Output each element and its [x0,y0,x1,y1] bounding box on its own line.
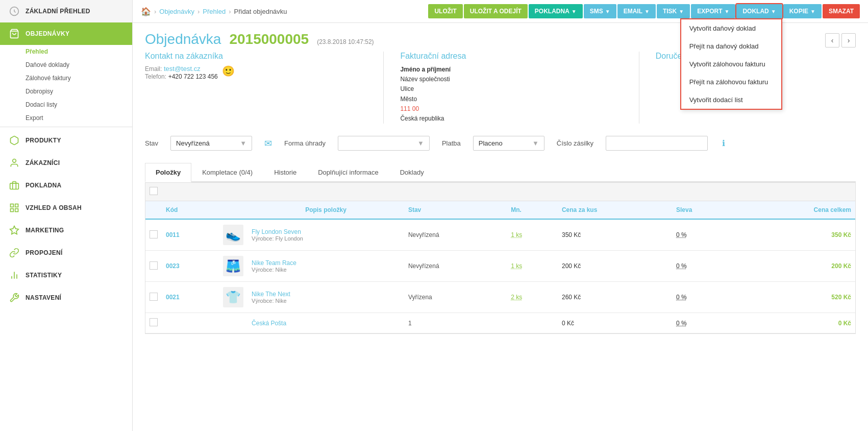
ulozit-button[interactable]: ULOŽIT [428,4,462,18]
qty-link[interactable]: 2 ks [511,294,522,301]
row-img: 👟 [219,219,247,251]
row-kod-link[interactable]: 0021 [166,294,180,301]
platba-select[interactable]: Placeno ▼ [473,136,544,151]
export-button[interactable]: EXPORT ▼ [691,4,735,18]
smazat-button[interactable]: SMAZAT [823,4,860,18]
tab-doklady[interactable]: Doklady [389,163,435,182]
col-cena-kus[interactable]: Cena za kus [558,201,672,219]
sidebar-sub-dobropisy[interactable]: Dobropisy [0,85,132,98]
tab-doplnujici[interactable]: Doplňující informace [307,163,389,182]
row-img: 🩳 [219,251,247,282]
email-notification-icon[interactable]: ✉ [264,138,272,149]
col-cena-celkem[interactable]: Cena celkem [735,201,855,219]
contact-phone-row: Telefon: +420 722 123 456 [145,73,218,80]
page-id: 2015000005 [229,31,309,47]
star-icon [8,224,20,236]
kopie-button[interactable]: KOPIE ▼ [783,4,822,18]
breadcrumb-link-prehled[interactable]: Přehled [203,8,226,15]
prev-arrow[interactable]: ‹ [825,33,839,47]
sidebar-item-nastaveni[interactable]: NASTAVENÍ [0,286,132,309]
tab-polozky[interactable]: Položky [145,163,191,182]
row-checkbox[interactable] [150,261,158,270]
col-kod[interactable]: Kód [162,201,219,219]
doklad-menu-prejit-danovy[interactable]: Přejít na daňový doklad [681,37,781,55]
platba-value: Placeno [479,139,503,147]
product-name-link[interactable]: Fly London Seven [252,228,301,235]
sidebar-sub-zalohove[interactable]: Zálohové faktury [0,71,132,85]
tisk-button[interactable]: TISK ▼ [657,4,690,18]
sidebar-sub-prehled[interactable]: Přehled [0,45,132,58]
sidebar-item-propojeni[interactable]: PROPOJENÍ [0,242,132,264]
home-icon [8,5,20,17]
col-sleva[interactable]: Sleva [672,201,735,219]
row-check [145,313,162,333]
qty-link[interactable]: 1 ks [511,262,522,270]
sidebar-sub-dodaci[interactable]: Dodací listy [0,98,132,111]
doklad-menu-vytvorit-zalohovou[interactable]: Vytvořit zálohovou fakturu [681,55,781,73]
product-name-link[interactable]: Nike The Next [252,291,290,298]
sidebar-sub-danove[interactable]: Daňové doklady [0,58,132,71]
row-kod-link[interactable]: 0011 [166,231,180,238]
user-icon [8,157,20,169]
col-check [145,201,162,219]
row-checkbox[interactable] [150,293,158,301]
tab-historie[interactable]: Historie [263,163,307,182]
home-icon[interactable]: 🏠 [141,7,151,16]
col-popis[interactable]: Popis položky [247,201,404,219]
qty-link[interactable]: 1 ks [511,231,522,238]
row-cena-celkem: 200 Kč [735,251,855,282]
row-kod-link[interactable]: 0023 [166,262,180,270]
col-img [219,201,247,219]
sidebar-item-statistiky[interactable]: STATISTIKY [0,264,132,286]
row-qty: 1 ks [507,251,558,282]
sidebar-item-vzhled[interactable]: VZHLED A OBSAH [0,197,132,219]
doklad-menu-prejit-zalohovou[interactable]: Přejít na zálohovou fakturu [681,73,781,91]
cart-icon [8,28,20,40]
sidebar-item-objednavky[interactable]: OBJEDNÁVKY [0,22,132,45]
product-name-link[interactable]: Česká Pošta [252,320,286,327]
row-stav: 1 [404,313,507,333]
contact-section: Kontakt na zákazníka Email: test@test.cz… [145,52,384,124]
breadcrumb: 🏠 › Objednávky › Přehled › Přidat objedn… [141,7,425,16]
doklad-menu-vytvorit-danovy[interactable]: Vytvořit daňový doklad [681,19,781,37]
topbar: 🏠 › Objednávky › Přehled › Přidat objedn… [133,0,868,23]
ulozit-odejit-button[interactable]: ULOŽIT A ODEJÍT [464,4,528,18]
billing-name: Jméno a příjmení [400,65,630,75]
sidebar-item-marketing[interactable]: MARKETING [0,219,132,242]
row-qty: 1 ks [507,219,558,251]
doklad-button[interactable]: DOKLAD ▼ [736,4,782,18]
sidebar-item-label: VZHLED A OBSAH [26,204,82,211]
email-button[interactable]: EMAIL ▼ [617,4,656,18]
sidebar-item-produkty[interactable]: PRODUKTY [0,129,132,152]
tab-kompletace[interactable]: Kompletace (0/4) [191,163,263,182]
row-checkbox[interactable] [150,318,158,326]
product-manufacturer: Výrobce: Nike [252,267,400,273]
next-arrow[interactable]: › [841,33,856,47]
smiley-icon: 🙂 [222,65,235,77]
select-all-checkbox[interactable] [150,187,158,195]
sidebar-item-zakaznici[interactable]: ZÁKAZNÍCI [0,152,132,174]
check-all[interactable] [150,187,162,197]
sms-button[interactable]: SMS ▼ [584,4,616,18]
cislo-input[interactable] [606,136,708,151]
col-stav[interactable]: Stav [404,201,507,219]
doklad-menu-vytvorit-dodaci[interactable]: Vytvořit dodací list [681,91,781,109]
breadcrumb-link-objednavky[interactable]: Objednávky [159,8,194,15]
forma-select[interactable]: ▼ [338,136,430,151]
row-checkbox[interactable] [150,230,158,238]
pokladna-button[interactable]: POKLADNA ▼ [529,4,583,18]
row-product-name: Česká Pošta [247,313,404,333]
sidebar-item-pokladna[interactable]: POKLADNA [0,174,132,197]
contact-email-link[interactable]: test@test.cz [164,65,201,73]
stav-label: Stav [145,139,158,147]
chevron-down-icon: ▼ [810,9,815,14]
sidebar-sub-export[interactable]: Export [0,111,132,125]
sidebar-item-label: PRODUKTY [26,137,61,144]
product-name-link[interactable]: Nike Team Race [252,259,296,267]
col-mn[interactable]: Mn. [507,201,558,219]
link-icon [8,247,20,259]
stav-select[interactable]: Nevyřízená ▼ [170,136,252,151]
sidebar-item-prehled[interactable]: ZÁKLADNÍ PŘEHLED [0,0,132,22]
forma-label: Forma úhrady [284,139,326,147]
row-check [145,251,162,282]
